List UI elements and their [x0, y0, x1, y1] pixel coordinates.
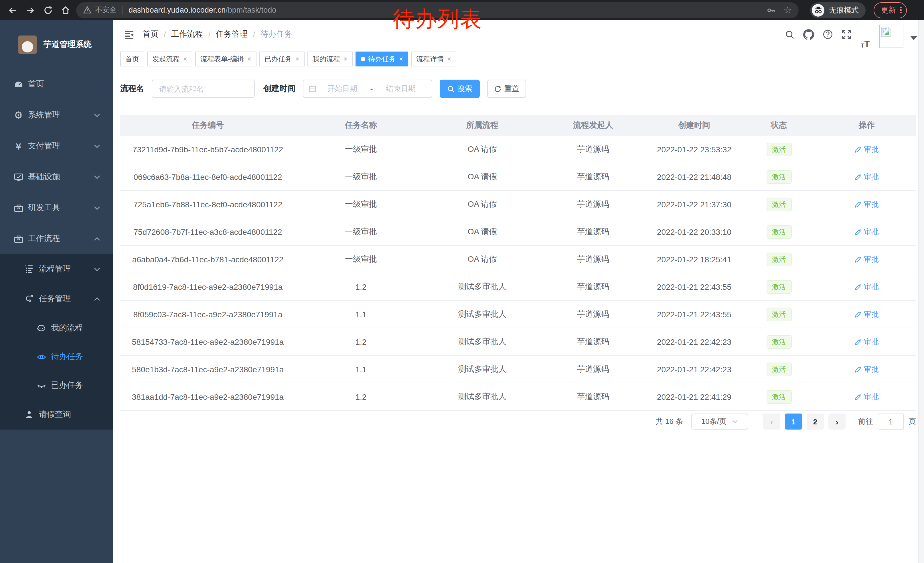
robot-icon: [36, 324, 46, 333]
table-row: 58154733-7ac8-11ec-a9e2-a2380e71991a 1.2…: [120, 328, 916, 355]
breadcrumb-home[interactable]: 首页: [142, 29, 159, 39]
search-button[interactable]: 搜索: [440, 80, 480, 98]
sidebar-item-leave-query[interactable]: 请假查询: [0, 400, 113, 429]
task-process: 测试多审批人: [458, 364, 506, 373]
start-date-placeholder[interactable]: 开始日期: [316, 84, 368, 94]
sidebar-item-home[interactable]: 首页: [0, 69, 113, 100]
home-icon[interactable]: [57, 2, 74, 19]
eye-closed-icon: [36, 381, 46, 390]
goto-page-input[interactable]: [878, 413, 904, 429]
next-page-button[interactable]: ›: [828, 413, 846, 429]
approve-link[interactable]: 审批: [855, 281, 879, 292]
sidebar-item-done-tasks[interactable]: 已办任务: [0, 371, 113, 400]
sidebar-item-task-management[interactable]: 任务管理: [0, 284, 113, 314]
process-name-label: 流程名: [120, 84, 144, 94]
breadcrumb: 首页 / 工作流程 / 任务管理 / 待办任务: [142, 29, 292, 39]
edit-pencil-icon: [855, 338, 862, 345]
task-starter: 芋道源码: [577, 254, 609, 263]
close-icon[interactable]: ×: [344, 56, 348, 62]
task-create-time: 2022-01-21 22:42:23: [657, 337, 731, 346]
sidebar-toggle-hamburger-icon[interactable]: [118, 24, 139, 45]
sidebar-item-infrastructure[interactable]: 基础设施: [0, 162, 113, 192]
browser-update-button[interactable]: 更新: [874, 2, 906, 18]
approve-link[interactable]: 审批: [855, 309, 879, 319]
app-logo-row[interactable]: 芋道管理系统: [0, 20, 113, 69]
approve-link[interactable]: 审批: [855, 144, 879, 155]
page-button-2[interactable]: 2: [807, 413, 824, 429]
tab-done-tasks[interactable]: 已办任务×: [260, 51, 304, 66]
avatar[interactable]: [879, 24, 903, 48]
search-icon[interactable]: [780, 20, 799, 49]
sidebar-item-workflow[interactable]: 工作流程: [0, 224, 113, 254]
address-bar[interactable]: 不安全 dashboard.yudao.iocoder.cn/bpm/task/…: [76, 2, 799, 18]
tab-start-process[interactable]: 发起流程×: [147, 51, 192, 66]
table-row: 8f059c03-7ac8-11ec-a9e2-a2380e71991a 1.1…: [120, 300, 916, 328]
task-id: 73211d9d-7b9b-11ec-b5b7-acde48001122: [132, 145, 283, 154]
workflow-submenu: 流程管理 任务管理 我的流程: [0, 254, 113, 429]
back-icon[interactable]: [3, 2, 21, 19]
tab-process-detail[interactable]: 流程详情×: [411, 51, 456, 66]
sidebar-item-system[interactable]: ⚙ 系统管理: [0, 100, 113, 131]
close-icon[interactable]: ×: [248, 56, 251, 62]
approve-link[interactable]: 审批: [855, 199, 879, 209]
close-icon[interactable]: ×: [183, 56, 187, 62]
not-secure-warning-icon[interactable]: [83, 6, 92, 14]
reset-button[interactable]: 重置: [487, 80, 526, 98]
approve-link[interactable]: 审批: [855, 171, 879, 182]
browser-menu-kebab-icon[interactable]: [900, 7, 902, 14]
approve-link[interactable]: 审批: [855, 336, 879, 347]
breadcrumb-workflow[interactable]: 工作流程: [171, 29, 203, 39]
help-icon[interactable]: [818, 20, 837, 49]
dashboard-gauge-icon: [13, 79, 24, 89]
tab-todo-tasks[interactable]: 待办任务×: [356, 51, 408, 66]
close-icon[interactable]: ×: [296, 56, 299, 62]
prev-page-button[interactable]: ‹: [763, 413, 780, 429]
font-size-icon[interactable]: TT: [856, 20, 875, 49]
reload-icon[interactable]: [39, 2, 57, 19]
incognito-badge: 无痕模式: [810, 2, 866, 18]
process-name-input[interactable]: [152, 80, 255, 98]
page-button-1[interactable]: 1: [785, 413, 802, 429]
sidebar-item-process-management[interactable]: 流程管理: [0, 254, 113, 284]
end-date-placeholder[interactable]: 结束日期: [375, 84, 426, 94]
approve-link[interactable]: 审批: [855, 364, 879, 374]
fullscreen-icon[interactable]: [837, 20, 856, 49]
approve-link[interactable]: 审批: [855, 254, 879, 264]
table-row: 580e1b3d-7ac8-11ec-a9e2-a2380e71991a 1.1…: [120, 355, 916, 383]
task-id: 75d72608-7b7f-11ec-a3c8-acde48001122: [134, 227, 282, 236]
app-logo-avatar: [18, 35, 37, 54]
task-id: 8f059c03-7ac8-11ec-a9e2-a2380e71991a: [133, 309, 282, 319]
forward-icon[interactable]: [21, 2, 39, 19]
gear-icon: ⚙: [13, 110, 24, 120]
monitor-check-icon: [13, 172, 24, 182]
task-process: OA 请假: [468, 227, 497, 236]
task-starter: 芋道源码: [577, 364, 609, 373]
app-navbar: 首页 / 工作流程 / 任务管理 / 待办任务: [113, 20, 924, 49]
avatar-caret-down-icon[interactable]: [910, 36, 917, 40]
github-icon[interactable]: [799, 20, 818, 49]
task-id: 381aa1dd-7ac8-11ec-a9e2-a2380e71991a: [132, 392, 284, 401]
task-process: 测试多审批人: [458, 392, 506, 401]
breadcrumb-task-management[interactable]: 任务管理: [216, 29, 248, 39]
close-icon[interactable]: ×: [447, 56, 451, 62]
approve-link[interactable]: 审批: [855, 227, 879, 237]
close-icon[interactable]: ×: [399, 56, 403, 62]
sidebar-item-dev-tools[interactable]: 研发工具: [0, 192, 113, 224]
sidebar-item-todo-tasks[interactable]: 待办任务: [0, 342, 113, 371]
chevron-down-icon: [732, 420, 738, 423]
scrollbar[interactable]: [918, 20, 924, 563]
bookmark-star-icon[interactable]: ☆: [783, 6, 792, 15]
status-badge: 激活: [766, 225, 792, 239]
tab-process-form-edit[interactable]: 流程表单-编辑×: [195, 51, 256, 66]
page-size-select[interactable]: 10条/页: [691, 413, 748, 429]
password-key-icon[interactable]: [766, 6, 776, 15]
task-name: 一级审批: [345, 144, 377, 153]
sidebar-item-payment[interactable]: ￥ 支付管理: [0, 131, 113, 162]
tab-home[interactable]: 首页: [120, 51, 144, 66]
date-range-picker[interactable]: 开始日期 - 结束日期: [303, 80, 432, 98]
approve-link[interactable]: 审批: [855, 392, 879, 402]
tab-my-processes[interactable]: 我的流程×: [308, 51, 352, 66]
task-starter: 芋道源码: [577, 171, 609, 181]
sidebar-item-my-processes[interactable]: 我的流程: [0, 314, 113, 342]
task-create-time: 2022-01-21 22:41:29: [657, 392, 731, 401]
